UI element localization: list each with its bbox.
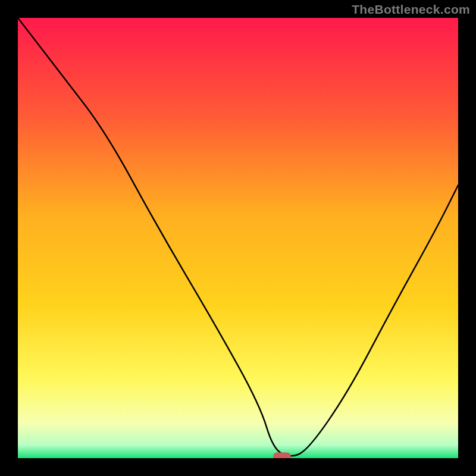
chart-svg [18, 18, 458, 458]
watermark-text: TheBottleneck.com [352, 2, 470, 17]
optimum-marker [273, 453, 291, 458]
chart-container: { "watermark": "TheBottleneck.com", "col… [0, 0, 476, 476]
chart-plot-area [18, 18, 458, 458]
gradient-background [18, 18, 458, 458]
